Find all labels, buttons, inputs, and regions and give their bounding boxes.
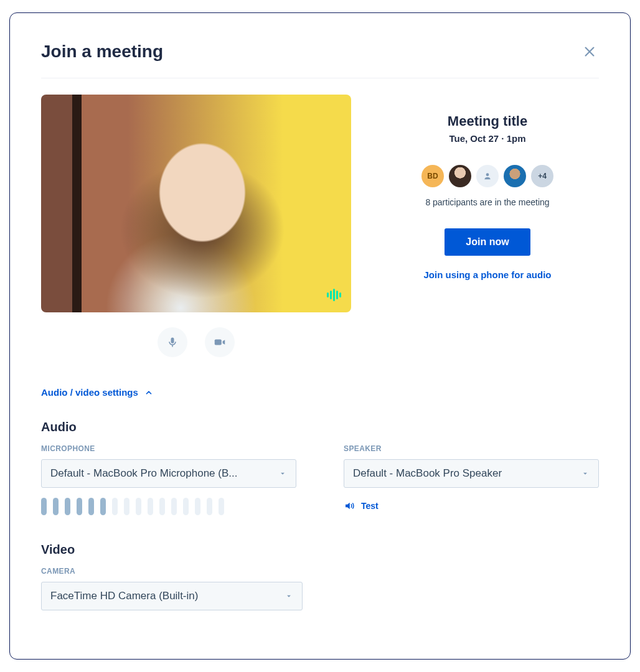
microphone-icon — [166, 336, 179, 348]
svg-rect-3 — [215, 339, 222, 345]
audio-section: Audio MICROPHONE Default - MacBook Pro M… — [41, 420, 599, 515]
audio-heading: Audio — [41, 420, 599, 434]
preview-controls — [41, 327, 351, 357]
avatar[interactable] — [504, 165, 526, 187]
join-meeting-modal: Join a meeting Meeting title Tue — [9, 12, 631, 660]
svg-point-4 — [486, 173, 489, 176]
top-row: Meeting title Tue, Oct 27 · 1pm BD +4 8 … — [41, 95, 599, 357]
av-settings-label: Audio / video settings — [41, 387, 138, 398]
meeting-title: Meeting title — [448, 113, 527, 129]
modal-header: Join a meeting — [41, 42, 599, 78]
test-speaker-button[interactable]: Test — [344, 500, 599, 511]
meeting-datetime: Tue, Oct 27 · 1pm — [449, 133, 525, 144]
speaker-select[interactable]: Default - MacBook Pro Speaker — [344, 459, 599, 488]
avatar-placeholder[interactable] — [476, 165, 499, 187]
participants-count: 8 participants are in the meeting — [425, 197, 549, 207]
meeting-info: Meeting title Tue, Oct 27 · 1pm BD +4 8 … — [376, 95, 599, 357]
microphone-level-meter — [41, 498, 296, 515]
avatar[interactable] — [449, 165, 471, 187]
microphone-column: MICROPHONE Default - MacBook Pro Microph… — [41, 444, 296, 515]
microphone-value: Default - MacBook Pro Microphone (B... — [50, 467, 237, 480]
close-button[interactable] — [580, 42, 599, 61]
camera-select[interactable]: FaceTime HD Camera (Built-in) — [41, 582, 303, 610]
close-icon — [583, 45, 596, 58]
microphone-label: MICROPHONE — [41, 444, 296, 453]
camera-label: CAMERA — [41, 567, 303, 576]
av-settings-toggle[interactable]: Audio / video settings — [41, 387, 599, 398]
test-label: Test — [361, 501, 379, 511]
avatar-initials[interactable]: BD — [421, 165, 444, 187]
avatar-more[interactable]: +4 — [531, 165, 553, 187]
sound-wave-icon — [327, 289, 341, 301]
speaker-icon — [344, 500, 355, 511]
modal-title: Join a meeting — [41, 42, 163, 62]
chevron-down-icon — [581, 469, 590, 478]
join-now-button[interactable]: Join now — [445, 228, 530, 256]
camera-column: CAMERA FaceTime HD Camera (Built-in) — [41, 567, 303, 610]
chevron-down-icon — [285, 592, 293, 600]
toggle-camera-button[interactable] — [205, 327, 235, 357]
join-phone-link[interactable]: Join using a phone for audio — [424, 269, 552, 280]
video-section: Video CAMERA FaceTime HD Camera (Built-i… — [41, 543, 599, 610]
speaker-column: SPEAKER Default - MacBook Pro Speaker Te… — [344, 444, 599, 515]
participant-avatars: BD +4 — [421, 165, 553, 187]
speaker-label: SPEAKER — [344, 444, 599, 453]
chevron-up-icon — [144, 388, 153, 397]
speaker-value: Default - MacBook Pro Speaker — [353, 467, 502, 480]
microphone-select[interactable]: Default - MacBook Pro Microphone (B... — [41, 459, 296, 488]
camera-value: FaceTime HD Camera (Built-in) — [50, 590, 198, 602]
preview-column — [41, 95, 351, 357]
camera-preview — [41, 95, 351, 312]
video-heading: Video — [41, 543, 599, 557]
person-icon — [483, 172, 492, 180]
chevron-down-icon — [278, 469, 287, 478]
toggle-microphone-button[interactable] — [158, 327, 187, 357]
svg-rect-2 — [172, 345, 173, 347]
camera-icon — [213, 335, 227, 349]
